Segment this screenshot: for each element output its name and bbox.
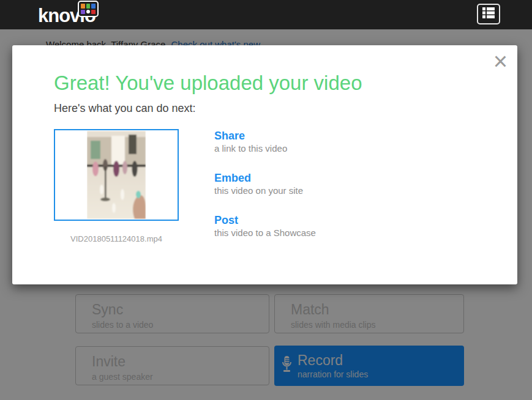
video-filename: VID20180511124018.mp4 — [54, 234, 179, 243]
video-thumbnail-image — [87, 131, 146, 219]
embed-link[interactable]: Embed — [214, 171, 251, 185]
embed-description: this video on your site — [214, 185, 316, 197]
modal-subtitle: Here's what you can do next: — [54, 102, 517, 115]
knovio-logo-grid-icon — [78, 1, 99, 17]
list-view-menu-button[interactable] — [477, 4, 500, 24]
modal-title: Great! You've uploaded your video — [54, 72, 517, 94]
post-description: this video to a Showcase — [214, 227, 316, 239]
share-link[interactable]: Share — [214, 129, 245, 143]
knovio-logo[interactable]: knovio — [38, 4, 96, 28]
top-navbar: knovio — [0, 0, 532, 29]
upload-success-modal: × Great! You've uploaded your video Here… — [12, 45, 517, 284]
close-icon[interactable]: × — [493, 49, 508, 73]
post-link[interactable]: Post — [214, 213, 238, 227]
share-description: a link to this video — [214, 143, 316, 155]
list-view-icon — [482, 7, 495, 21]
video-thumbnail[interactable] — [54, 129, 179, 221]
